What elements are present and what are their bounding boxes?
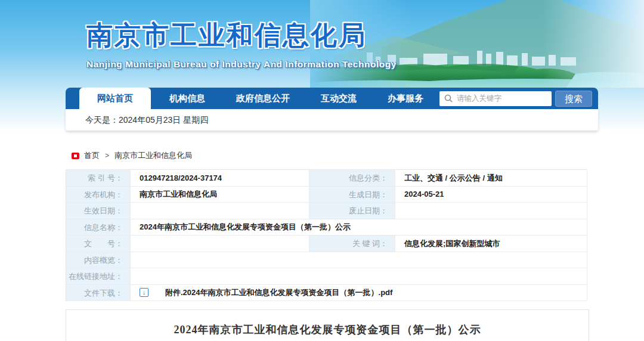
field-label: 文件下载：: [66, 285, 131, 302]
field-label-text: 生成日期：: [349, 190, 388, 199]
field-label: 废止日期：: [309, 203, 395, 219]
site-title: 南京市工业和信息化局: [86, 18, 397, 53]
download-icon[interactable]: ↓: [140, 288, 148, 297]
nav-tab-3[interactable]: 互动交流: [308, 88, 369, 109]
field-value-text: 012947218/2024-37174: [140, 170, 222, 186]
field-value: [131, 203, 309, 219]
field-label: 索 引 号：: [66, 170, 131, 187]
search-icon: [444, 94, 453, 103]
field-label-text: 信息分类：: [349, 173, 388, 182]
breadcrumb-item-0[interactable]: 首页: [84, 150, 100, 161]
field-label: 在线链接地址：: [66, 268, 131, 285]
breadcrumb-marker-icon: [72, 153, 79, 159]
field-value-text: 南京市工业和信息化局: [140, 187, 217, 203]
breadcrumb-item-1[interactable]: 南京市工业和信息化局: [114, 150, 192, 161]
field-label-text: 在线链接地址：: [69, 272, 123, 281]
nav-tab-2[interactable]: 政府信息公开: [224, 88, 302, 109]
site-subtitle-english: Nanjing Municipal Bureau of Industry And…: [86, 59, 397, 70]
field-label: 生效日期：: [66, 203, 131, 219]
search-box: [439, 91, 552, 106]
field-value: [131, 252, 587, 269]
nav-tab-1[interactable]: 机构信息: [157, 88, 218, 109]
field-label-text: 发布机构：: [84, 190, 123, 199]
field-label-text: 信息名称：: [84, 223, 123, 232]
search-button[interactable]: 搜索: [555, 91, 592, 107]
field-value: 2024年南京市工业和信息化发展专项资金项目（第一批）公示: [131, 219, 587, 236]
breadcrumb-separator: >: [105, 151, 109, 160]
field-value: [131, 235, 309, 252]
article-title: 2024年南京市工业和信息化发展专项资金项目（第一批）公示: [66, 323, 589, 337]
field-value: 012947218/2024-37174: [131, 170, 309, 187]
field-value: 信息化发展;国家创新型城市: [395, 235, 587, 252]
main-column: 网站首页机构信息政府信息公开互动交流办事服务 搜索 今天是：2024年05月23…: [66, 88, 598, 341]
field-label: 内容概览：: [66, 252, 131, 269]
nav-tab-4[interactable]: 办事服务: [375, 88, 436, 109]
field-label: 文 号：: [66, 235, 131, 252]
search-area: 搜索: [439, 91, 592, 107]
field-label: 生成日期：: [309, 187, 395, 203]
field-label-text: 文 号：: [84, 239, 123, 248]
field-label-text: 文件下载：: [84, 289, 123, 297]
nav-tab-0[interactable]: 网站首页: [79, 88, 151, 109]
search-input[interactable]: [457, 94, 547, 103]
field-value: 南京市工业和信息化局: [131, 187, 309, 203]
field-value: 工业、交通 / 公示公告 / 通知: [395, 170, 587, 187]
field-label: 关 键 词：: [309, 235, 395, 252]
field-label: 信息分类：: [309, 170, 395, 187]
field-value[interactable]: ↓附件.2024年南京市工业和信息化发展专项资金项目（第一批）.pdf: [131, 285, 587, 302]
field-value-text: 附件.2024年南京市工业和信息化发展专项资金项目（第一批）.pdf: [165, 285, 392, 301]
field-label: 发布机构：: [66, 187, 131, 203]
field-label-text: 废止日期：: [349, 206, 388, 215]
field-label-text: 内容概览：: [84, 256, 123, 265]
field-label-text: 生效日期：: [84, 206, 123, 215]
main-navigation: 网站首页机构信息政府信息公开互动交流办事服务 搜索: [66, 88, 598, 109]
date-bar: 今天是：2024年05月23日 星期四: [66, 109, 598, 131]
site-banner: 南京市工业和信息化局 Nanjing Municipal Bureau of I…: [0, 0, 644, 88]
breadcrumb: 首页>南京市工业和信息化局: [66, 150, 598, 161]
field-value: [395, 203, 587, 219]
field-value-text: 工业、交通 / 公示公告 / 通知: [404, 170, 503, 186]
field-label-text: 索 引 号：: [88, 173, 123, 182]
field-value-text: 2024-05-21: [404, 187, 444, 203]
field-value-text: 2024年南京市工业和信息化发展专项资金项目（第一批）公示: [140, 219, 351, 235]
field-value: [131, 268, 587, 285]
info-table: 索 引 号：012947218/2024-37174信息分类：工业、交通 / 公…: [66, 169, 587, 301]
field-value: 2024-05-21: [395, 187, 587, 203]
field-label-text: 关 键 词：: [352, 239, 388, 248]
current-date-text: 今天是：2024年05月23日 星期四: [85, 115, 208, 125]
field-label: 信息名称：: [66, 219, 131, 236]
field-value-text: 信息化发展;国家创新型城市: [404, 235, 500, 252]
article-panel: 2024年南京市工业和信息化发展专项资金项目（第一批）公示: [66, 309, 589, 341]
